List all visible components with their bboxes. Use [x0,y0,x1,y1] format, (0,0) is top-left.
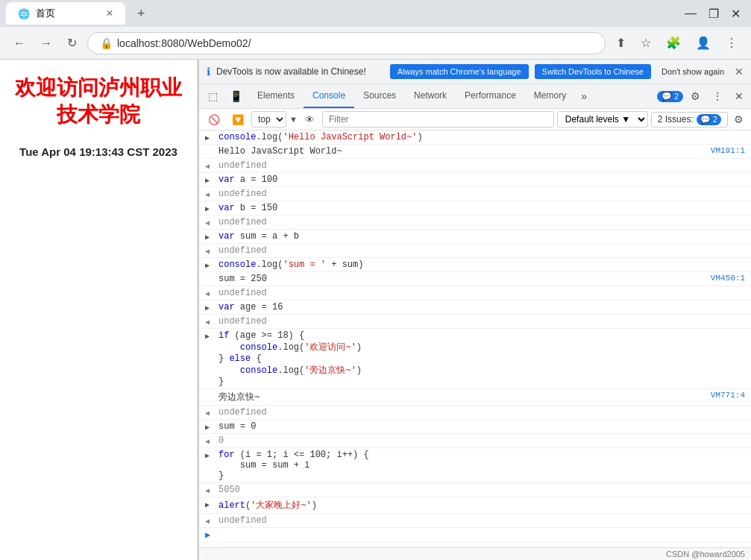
levels-selector[interactable]: Default levels ▼ [557,111,648,128]
tab-close-button[interactable]: ✕ [106,8,113,19]
undefined-text: undefined [219,407,745,418]
undefined-text: undefined [219,217,745,227]
expand-arrow-icon[interactable]: ▶ [205,421,214,432]
spacer [205,391,214,400]
undefined-text: undefined [219,245,745,256]
console-row: ◀ undefined [199,215,751,230]
console-prompt-row: ▶ [199,528,751,543]
console-row: Hello JavaScript World~ VM191:1 [199,145,751,159]
tab-memory[interactable]: Memory [525,84,575,108]
bookmark-icon[interactable]: ☆ [636,33,656,53]
main-area: 欢迎访问泸州职业技术学院 Tue Apr 04 19:13:43 CST 202… [0,60,751,560]
back-arrow-icon: ◀ [205,485,214,495]
profile-icon[interactable]: 👤 [691,33,715,53]
forward-button[interactable]: → [36,34,57,53]
address-text[interactable]: localhost:8080/WebDemo02/ [117,37,593,49]
expand-arrow-icon[interactable]: ▶ [205,132,214,142]
expand-arrow-icon[interactable]: ▶ [205,203,214,213]
dont-show-again-button[interactable]: Don't show again [657,64,729,79]
console-output-text: Hello JavaScript World~ [219,146,711,157]
console-row: ◀ undefined [199,244,751,258]
back-arrow-icon: ◀ [205,435,214,446]
back-button[interactable]: ← [9,34,30,53]
address-bar: 🔒 localhost:8080/WebDemo02/ [87,32,606,54]
tab-elements[interactable]: Elements [248,84,304,108]
page-title: 欢迎访问泸州职业技术学院 [15,75,182,129]
console-row: ◀ undefined [199,315,751,329]
console-row: ▶ var age = 16 [199,301,751,315]
footer-text: CSDN @howard2005 [666,550,745,559]
tab-console[interactable]: Console [304,84,354,108]
vm-link[interactable]: VM771:4 [711,391,745,400]
back-arrow-icon: ◀ [205,316,214,327]
undefined-text: undefined [219,288,745,298]
expand-arrow-icon[interactable]: ▶ [205,330,214,341]
expand-arrow-icon[interactable]: ▶ [205,499,214,509]
console-row: ▶ alert('大家晚上好~') [199,497,751,514]
expand-arrow-icon[interactable]: ▶ [205,302,214,312]
output-value-text: 5050 [219,485,745,495]
device-toggle-icon[interactable]: 📱 [224,86,248,107]
message-icon: 💬 [662,92,672,101]
vm-link[interactable]: VM450:1 [711,274,745,283]
always-match-language-button[interactable]: Always match Chrome's language [390,64,529,79]
console-input-text: console.log('sum = ' + sum) [219,259,745,270]
page-datetime: Tue Apr 04 19:13:43 CST 2023 [15,144,182,161]
issues-badge: 💬 2 [697,114,721,125]
more-options-icon[interactable]: ⋮ [708,87,727,105]
extensions-icon[interactable]: 🧩 [662,33,685,53]
eye-icon[interactable]: 👁 [301,111,319,128]
notification-close-button[interactable]: ✕ [735,66,744,78]
inspect-element-icon[interactable]: ⬚ [202,86,224,107]
undefined-text: undefined [219,189,745,199]
restore-button[interactable]: ❐ [704,5,723,22]
expand-arrow-icon[interactable]: ▶ [205,259,214,270]
menu-icon[interactable]: ⋮ [721,33,742,53]
devtools-tabs: ⬚ 📱 Elements Console Sources Network Per… [199,84,751,109]
tab-performance[interactable]: Performance [456,84,525,108]
expand-arrow-icon[interactable]: ▶ [205,231,214,242]
expand-arrow-icon[interactable]: ▶ [205,174,214,185]
filter-input[interactable] [322,111,554,128]
console-filter-icon[interactable]: 🔽 [227,111,248,128]
share-icon[interactable]: ⬆ [612,33,630,53]
clear-console-button[interactable]: 🚫 [204,111,224,128]
back-arrow-icon: ◀ [205,189,214,199]
minimize-button[interactable]: — [680,5,701,22]
context-selector[interactable]: top [251,111,286,128]
console-row: ▶ if (age >= 18) { console.log('欢迎访问~') … [199,329,751,389]
console-input-text: var b = 150 [219,203,745,213]
undefined-text: undefined [219,515,745,526]
expand-arrow-icon[interactable]: ▶ [205,450,214,460]
console-row: ▶ var sum = a + b [199,230,751,244]
vm-link[interactable]: VM191:1 [711,146,745,155]
settings-gear-icon[interactable]: ⚙ [686,87,705,105]
tab-favicon-icon: 🌐 [18,7,30,19]
console-row: ▶ for (i = 1; i <= 100; i++) { sum = sum… [199,448,751,483]
tab-sources[interactable]: Sources [354,84,405,108]
undefined-text: undefined [219,160,745,171]
console-row: ▶ sum = 0 [199,420,751,434]
reload-button[interactable]: ↻ [63,33,81,53]
output-value-text: 0 [219,435,745,446]
messages-badge: 💬 2 [657,91,683,102]
console-output[interactable]: ▶ console.log('Hello JavaScript World~')… [199,130,751,547]
console-input-text: for (i = 1; i <= 100; i++) { sum = sum +… [219,450,745,481]
console-settings-icon[interactable]: ⚙ [731,110,747,128]
page-content: 欢迎访问泸州职业技术学院 Tue Apr 04 19:13:43 CST 202… [0,60,198,560]
more-tabs-button[interactable]: » [575,86,593,107]
lock-icon: 🔒 [100,37,113,49]
switch-to-chinese-button[interactable]: Switch DevTools to Chinese [535,64,651,79]
devtools-actions: 💬 2 ⚙ ⋮ ✕ [657,87,748,105]
console-row: 旁边京快~ VM771:4 [199,389,751,406]
tab-network[interactable]: Network [405,84,456,108]
console-input-text: var age = 16 [219,302,745,312]
issues-counter[interactable]: 2 Issues: 💬 2 [651,112,728,128]
undock-icon[interactable]: ✕ [730,87,748,105]
browser-tab[interactable]: 🌐 首页 ✕ [6,2,125,25]
console-row: sum = 250 VM450:1 [199,272,751,286]
new-tab-button[interactable]: + [131,3,151,25]
close-button[interactable]: ✕ [726,5,745,22]
back-arrow-icon: ◀ [205,515,214,526]
console-row: ▶ console.log('Hello JavaScript World~') [199,130,751,145]
